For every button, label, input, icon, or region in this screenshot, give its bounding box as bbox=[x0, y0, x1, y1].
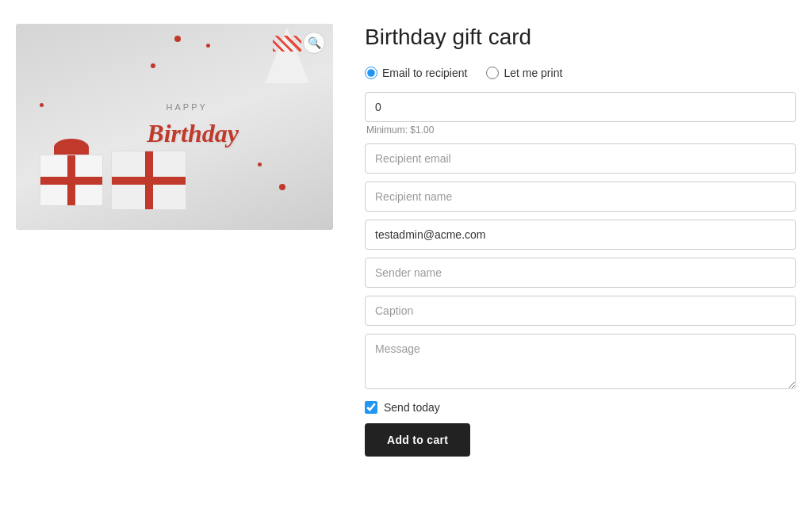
amount-group: Minimum: $1.00 bbox=[365, 92, 796, 136]
page-container: HAPPY Birthday 🔍 Birthday gift card Emai… bbox=[0, 0, 812, 480]
confetti-dot bbox=[258, 162, 262, 166]
caption-group bbox=[365, 296, 796, 326]
gift-bow-decoration bbox=[54, 139, 89, 156]
happy-text: HAPPY bbox=[167, 102, 208, 112]
caption-input[interactable] bbox=[365, 296, 796, 326]
let-me-print-option[interactable]: Let me print bbox=[486, 67, 562, 79]
amount-input[interactable] bbox=[365, 92, 796, 122]
send-today-label[interactable]: Send today bbox=[384, 401, 440, 414]
confetti-dot bbox=[174, 36, 181, 42]
recipient-name-input[interactable] bbox=[365, 182, 796, 212]
gift-box-2 bbox=[111, 151, 186, 210]
send-today-group: Send today bbox=[365, 401, 796, 414]
confetti-dot bbox=[151, 63, 155, 68]
sender-email-group bbox=[365, 220, 796, 250]
product-title: Birthday gift card bbox=[365, 24, 796, 51]
sender-name-input[interactable] bbox=[365, 258, 796, 288]
add-to-cart-button[interactable]: Add to cart bbox=[365, 423, 470, 457]
let-me-print-label: Let me print bbox=[504, 67, 562, 79]
birthday-text: Birthday bbox=[147, 119, 239, 148]
gift-box-1 bbox=[40, 155, 103, 206]
message-textarea[interactable] bbox=[365, 334, 796, 389]
party-hat-decoration bbox=[265, 28, 309, 83]
email-to-recipient-option[interactable]: Email to recipient bbox=[365, 67, 467, 79]
delivery-options: Email to recipient Let me print bbox=[365, 67, 796, 79]
let-me-print-radio[interactable] bbox=[486, 67, 499, 79]
sender-name-group bbox=[365, 258, 796, 288]
recipient-name-group bbox=[365, 182, 796, 212]
recipient-email-input[interactable] bbox=[365, 143, 796, 174]
message-group bbox=[365, 334, 796, 392]
product-details-section: Birthday gift card Email to recipient Le… bbox=[365, 24, 796, 457]
sender-email-input[interactable] bbox=[365, 220, 796, 250]
confetti-dot bbox=[40, 103, 44, 107]
minimum-label: Minimum: $1.00 bbox=[366, 124, 796, 136]
send-today-checkbox[interactable] bbox=[365, 401, 377, 414]
birthday-background: HAPPY Birthday bbox=[16, 24, 333, 230]
product-image-section: HAPPY Birthday 🔍 bbox=[16, 24, 333, 230]
recipient-email-group bbox=[365, 143, 796, 174]
email-to-recipient-label: Email to recipient bbox=[382, 67, 467, 79]
confetti-dot bbox=[279, 184, 285, 190]
email-to-recipient-radio[interactable] bbox=[365, 67, 377, 79]
confetti-dot bbox=[206, 44, 210, 48]
zoom-icon[interactable]: 🔍 bbox=[303, 32, 325, 54]
product-image: HAPPY Birthday 🔍 bbox=[16, 24, 333, 230]
